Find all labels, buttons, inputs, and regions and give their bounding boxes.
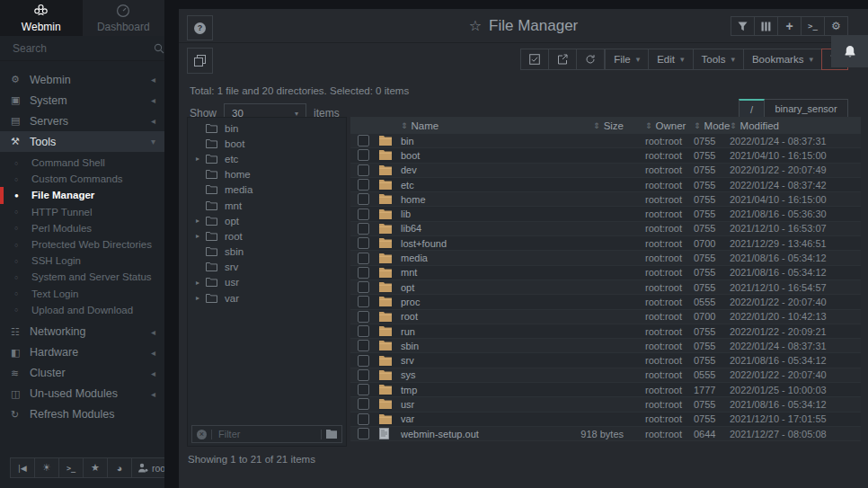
root-path-button[interactable]: / — [739, 99, 765, 119]
file-name[interactable]: opt — [401, 282, 548, 293]
terminal-button[interactable]: >_ — [59, 457, 84, 478]
sidebar-item-system-and-server-status[interactable]: ○System and Server Status — [0, 269, 164, 285]
tree-filter-input[interactable] — [217, 428, 316, 440]
sidebar-item-webmin[interactable]: ⚙Webmin◂ — [0, 69, 164, 90]
table-row[interactable]: sbinroot:root07552022/01/24 - 08:37:31 — [350, 339, 861, 353]
row-checkbox[interactable] — [358, 209, 369, 220]
row-checkbox[interactable] — [358, 311, 369, 323]
row-checkbox[interactable] — [358, 164, 369, 176]
sidebar-item-custom-commands[interactable]: ○Custom Commands — [0, 171, 164, 187]
table-row[interactable]: varroot:root07552021/12/10 - 17:01:55 — [350, 413, 861, 427]
table-row[interactable]: runroot:root07552022/01/22 - 20:09:21 — [350, 324, 861, 339]
sidebar-item-cluster[interactable]: ≋Cluster◂ — [0, 363, 164, 384]
settings-button[interactable]: ⚙ — [825, 16, 848, 36]
column-header-modified[interactable]: ⇕Modified — [730, 120, 861, 131]
file-name[interactable]: boot — [401, 150, 548, 161]
tree-item-media[interactable]: media — [188, 182, 346, 198]
row-checkbox[interactable] — [358, 369, 369, 381]
file-name[interactable]: lost+found — [401, 238, 548, 249]
file-name[interactable]: home — [401, 194, 548, 205]
file-name[interactable]: lib64 — [401, 223, 548, 234]
table-row[interactable]: homeroot:root07552021/04/10 - 16:15:00 — [350, 192, 861, 207]
file-name[interactable]: webmin-setup.out — [401, 429, 548, 439]
row-checkbox[interactable] — [358, 355, 369, 367]
sidebar-item-hardware[interactable]: ◧Hardware◂ — [0, 342, 164, 363]
row-checkbox[interactable] — [358, 179, 369, 191]
palette-button[interactable]: ◕ — [108, 457, 132, 478]
sidebar-item-un-used-modules[interactable]: ◫Un-used Modules◂ — [0, 384, 164, 404]
table-row[interactable]: optroot:root07552021/12/10 - 16:54:57 — [350, 280, 861, 295]
sidebar-item-protected-web-directories[interactable]: ○Protected Web Directories — [0, 236, 164, 253]
copy-path-button[interactable] — [187, 48, 213, 74]
row-checkbox[interactable] — [358, 428, 369, 439]
tree-item-root[interactable]: ▸root — [188, 228, 346, 244]
row-checkbox[interactable] — [358, 296, 369, 307]
file-name[interactable]: root — [401, 311, 548, 322]
sidebar-item-refresh-modules[interactable]: ↻Refresh Modules — [0, 404, 164, 425]
tree-item-boot[interactable]: boot — [188, 136, 346, 151]
tree-item-etc[interactable]: ▸etc — [188, 151, 346, 166]
table-row[interactable]: procroot:root05552022/01/22 - 20:07:40 — [350, 295, 861, 309]
row-checkbox[interactable] — [358, 398, 369, 410]
columns-button[interactable] — [755, 16, 778, 36]
tab-webmin[interactable]: Webmin — [0, 0, 83, 36]
theme-brightness-button[interactable]: ☀ — [35, 457, 59, 478]
row-checkbox[interactable] — [358, 149, 369, 161]
table-row[interactable]: webmin-setup.out918 bytesroot:root064420… — [350, 427, 861, 441]
expand-arrow-icon[interactable]: ▸ — [196, 279, 206, 287]
row-checkbox[interactable] — [358, 223, 369, 235]
sidebar-item-upload-and-download[interactable]: ○Upload and Download — [0, 302, 164, 318]
row-checkbox[interactable] — [358, 193, 369, 205]
tab-dashboard[interactable]: Dashboard — [83, 0, 165, 36]
table-row[interactable]: devroot:root07552022/01/22 - 20:07:49 — [350, 164, 861, 178]
file-name[interactable]: dev — [401, 164, 548, 175]
filter-button[interactable] — [731, 16, 755, 36]
row-checkbox[interactable] — [358, 384, 369, 395]
column-header-name[interactable]: ⇕Name — [401, 120, 548, 131]
notifications-button[interactable] — [831, 35, 868, 67]
current-path-box[interactable]: binary_sensor — [765, 99, 848, 119]
search-input[interactable] — [11, 41, 154, 56]
table-row[interactable]: srvroot:root07552021/08/16 - 05:34:12 — [350, 353, 861, 368]
menu-tools[interactable]: Tools▾ — [694, 49, 744, 70]
tree-item-home[interactable]: home — [188, 167, 346, 182]
column-header-mode[interactable]: ⇕Mode — [694, 120, 730, 131]
sidebar-item-text-login[interactable]: ○Text Login — [0, 286, 164, 302]
table-row[interactable]: mntroot:root07552021/08/16 - 05:34:12 — [350, 266, 861, 280]
file-name[interactable]: bin — [401, 136, 548, 146]
row-checkbox[interactable] — [358, 340, 369, 351]
row-checkbox[interactable] — [358, 253, 369, 264]
table-row[interactable]: tmproot:root17772022/01/25 - 10:00:03 — [350, 383, 861, 397]
sort-icon[interactable]: ⇕ — [730, 121, 737, 130]
file-name[interactable]: mnt — [401, 267, 548, 278]
sidebar-item-system[interactable]: ▣System◂ — [0, 90, 164, 111]
open-location-button[interactable] — [549, 49, 577, 70]
tree-item-opt[interactable]: ▸opt — [188, 213, 346, 228]
sidebar-item-http-tunnel[interactable]: ○HTTP Tunnel — [0, 204, 164, 220]
tree-item-sbin[interactable]: sbin — [188, 244, 346, 260]
row-checkbox[interactable] — [358, 413, 369, 425]
file-name[interactable]: lib — [401, 209, 548, 219]
table-row[interactable]: bootroot:root07552021/04/10 - 16:15:00 — [350, 148, 861, 163]
file-name[interactable]: run — [401, 326, 548, 337]
tree-item-bin[interactable]: bin — [188, 120, 346, 136]
row-checkbox[interactable] — [358, 237, 369, 249]
row-checkbox[interactable] — [358, 325, 369, 337]
collapse-sidebar-button[interactable]: |◀ — [10, 457, 35, 478]
sort-icon[interactable]: ⇕ — [694, 121, 701, 130]
table-row[interactable]: etcroot:root07552022/01/24 - 08:37:42 — [350, 178, 861, 192]
sidebar-item-tools[interactable]: ⚒Tools▾ — [0, 131, 164, 152]
sidebar-item-file-manager[interactable]: ●File Manager — [0, 187, 164, 203]
file-name[interactable]: var — [401, 413, 548, 424]
help-button[interactable]: ? — [187, 15, 213, 40]
table-row[interactable]: lib64root:root07552021/12/10 - 16:53:07 — [350, 222, 861, 236]
tree-item-srv[interactable]: srv — [188, 260, 346, 275]
row-checkbox[interactable] — [358, 135, 369, 146]
file-name[interactable]: srv — [401, 355, 548, 366]
terminal-button[interactable]: >_ — [802, 16, 825, 36]
table-row[interactable]: lost+foundroot:root07002021/12/29 - 13:4… — [350, 236, 861, 251]
tree-item-mnt[interactable]: mnt — [188, 198, 346, 213]
sort-icon[interactable]: ⇕ — [645, 121, 652, 130]
sort-icon[interactable]: ⇕ — [593, 121, 600, 130]
file-name[interactable]: etc — [401, 180, 548, 191]
